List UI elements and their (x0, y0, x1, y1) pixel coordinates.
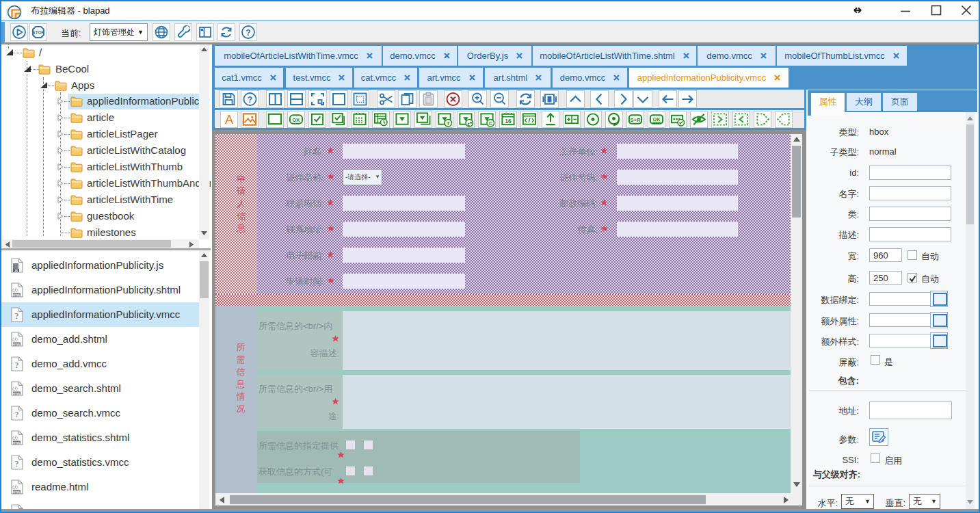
svg-text:STOP: STOP (32, 30, 44, 35)
svg-text:OK: OK (653, 117, 661, 122)
svg-text:16: 16 (505, 118, 512, 124)
svg-text:C: C (489, 120, 493, 127)
svg-text:?: ? (246, 28, 250, 38)
svg-text:OK: OK (293, 118, 301, 123)
svg-text:A: A (225, 113, 234, 127)
svg-text:?: ? (248, 95, 252, 105)
svg-text:T: T (447, 120, 450, 127)
svg-text:S+R: S+R (630, 117, 641, 123)
